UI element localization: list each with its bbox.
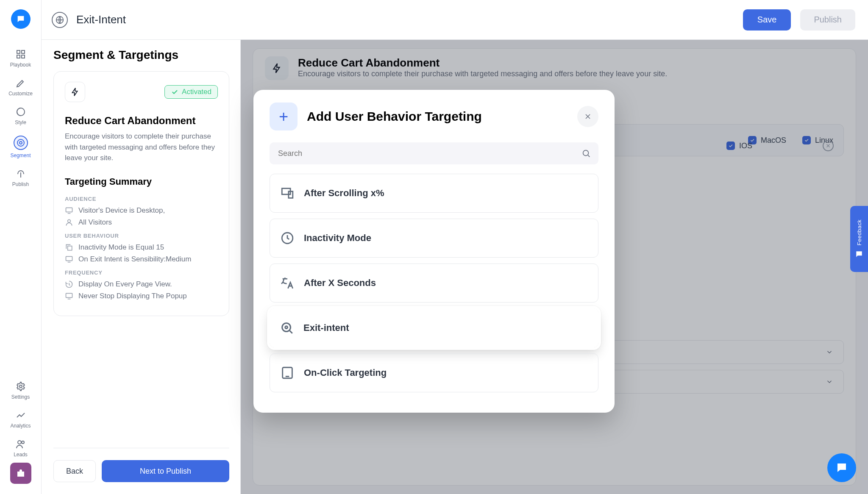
behaviour-row: On Exit Intent is Sensibility:Medium: [65, 255, 218, 264]
next-to-publish-button[interactable]: Next to Publish: [102, 460, 229, 482]
frequency-row: Display On Every Page View.: [65, 280, 218, 289]
behavior-targeting-modal: + Add User Behavior Targeting After Scro…: [253, 90, 615, 413]
nav-label: Leads: [14, 452, 28, 458]
audience-row: Visitor's Device is Desktop,: [65, 206, 218, 215]
nav-label: Publish: [12, 181, 29, 187]
frequency-row: Never Stop Displaying The Popup: [65, 292, 218, 300]
svg-rect-2: [17, 55, 20, 58]
svg-point-7: [19, 385, 22, 388]
activated-label: Activated: [182, 88, 211, 96]
publish-button[interactable]: Publish: [800, 9, 855, 31]
tablet-icon: [280, 366, 295, 380]
monitor-icon: [65, 206, 73, 215]
chat-bubble-icon: [835, 461, 848, 474]
panel-title: Segment & Targetings: [53, 48, 229, 62]
modal-title: Add User Behavior Targeting: [307, 109, 482, 124]
brand-logo[interactable]: [11, 9, 31, 29]
search-target-icon: [280, 321, 294, 335]
svg-rect-1: [22, 50, 25, 53]
targeting-card: Activated Reduce Cart Abandonment Encour…: [53, 71, 229, 316]
frequency-label: FREQUENCY: [65, 269, 218, 276]
svg-point-22: [282, 323, 291, 332]
monitor-icon: [65, 292, 73, 300]
plus-icon: +: [270, 103, 298, 130]
option-exit-intent[interactable]: Exit-intent: [270, 308, 598, 347]
svg-point-8: [18, 441, 21, 444]
search-icon: [581, 149, 591, 158]
feedback-tab[interactable]: Feedback: [850, 206, 868, 272]
language-icon: [280, 276, 295, 290]
devices-icon: [280, 186, 295, 200]
panel-footer: Back Next to Publish: [53, 448, 229, 494]
chat-widget-button[interactable]: [827, 453, 856, 482]
audience-label: AUDIENCE: [65, 196, 218, 202]
history-icon: [65, 280, 73, 289]
option-on-click-targeting[interactable]: On-Click Targeting: [270, 353, 598, 392]
search-input-wrap[interactable]: [270, 142, 598, 164]
nav-item-customize[interactable]: Customize: [0, 73, 41, 102]
summary-title: Targeting Summary: [65, 176, 218, 187]
behaviour-row: Inactivity Mode is Equal 15: [65, 243, 218, 252]
option-after-x-seconds[interactable]: After X Seconds: [270, 264, 598, 303]
svg-point-6: [19, 142, 22, 144]
page-title: Exit-Intent: [76, 13, 743, 26]
copy-icon: [65, 243, 73, 252]
nav-item-playbook[interactable]: Playbook: [0, 44, 41, 73]
nav-label: Settings: [11, 394, 30, 400]
svg-rect-14: [66, 256, 72, 261]
nav-label: Playbook: [10, 62, 31, 68]
activated-badge: Activated: [164, 85, 218, 99]
close-icon: [584, 112, 592, 121]
nav-label: Segment: [10, 153, 31, 158]
nav-toolbox[interactable]: [10, 463, 31, 484]
save-button[interactable]: Save: [743, 9, 791, 31]
audience-row: All Visitors: [65, 218, 218, 227]
monitor-icon: [65, 255, 73, 264]
svg-rect-15: [66, 293, 72, 297]
nav-label: Analytics: [10, 423, 31, 429]
svg-point-9: [22, 441, 24, 444]
segment-panel: Segment & Targetings Activated Reduce Ca…: [42, 40, 241, 494]
target-icon: [14, 136, 28, 150]
user-icon: [65, 218, 73, 227]
globe-icon[interactable]: [52, 12, 68, 28]
chat-icon: [855, 250, 863, 258]
svg-point-12: [68, 219, 71, 222]
back-button[interactable]: Back: [53, 460, 96, 482]
nav-item-publish[interactable]: Publish: [0, 164, 41, 192]
svg-point-18: [583, 150, 589, 156]
nav-item-settings[interactable]: Settings: [0, 376, 41, 405]
lightning-icon: [65, 82, 85, 102]
svg-point-23: [285, 326, 288, 329]
top-bar: Exit-Intent Save Publish: [42, 0, 868, 40]
svg-rect-11: [66, 208, 72, 212]
svg-rect-3: [22, 55, 25, 58]
nav-item-leads[interactable]: Leads: [0, 434, 41, 463]
svg-point-5: [17, 139, 24, 146]
card-title: Reduce Cart Abandonment: [65, 115, 218, 127]
option-inactivity-mode[interactable]: Inactivity Mode: [270, 219, 598, 258]
svg-rect-13: [68, 246, 72, 250]
option-after-scrolling[interactable]: After Scrolling x%: [270, 174, 598, 213]
close-button[interactable]: [577, 106, 598, 127]
search-input[interactable]: [277, 149, 576, 158]
svg-rect-0: [17, 50, 20, 53]
nav-rail: Playbook Customize Style Segment Publish…: [0, 0, 42, 494]
clock-icon: [280, 231, 295, 245]
card-subtitle: Encourage visitors to complete their pur…: [65, 131, 218, 164]
nav-label: Style: [15, 119, 26, 125]
nav-item-segment[interactable]: Segment: [0, 130, 41, 164]
nav-item-style[interactable]: Style: [0, 102, 41, 130]
nav-item-analytics[interactable]: Analytics: [0, 405, 41, 434]
nav-label: Customize: [8, 91, 33, 97]
behaviour-label: USER BEHAVIOUR: [65, 233, 218, 239]
